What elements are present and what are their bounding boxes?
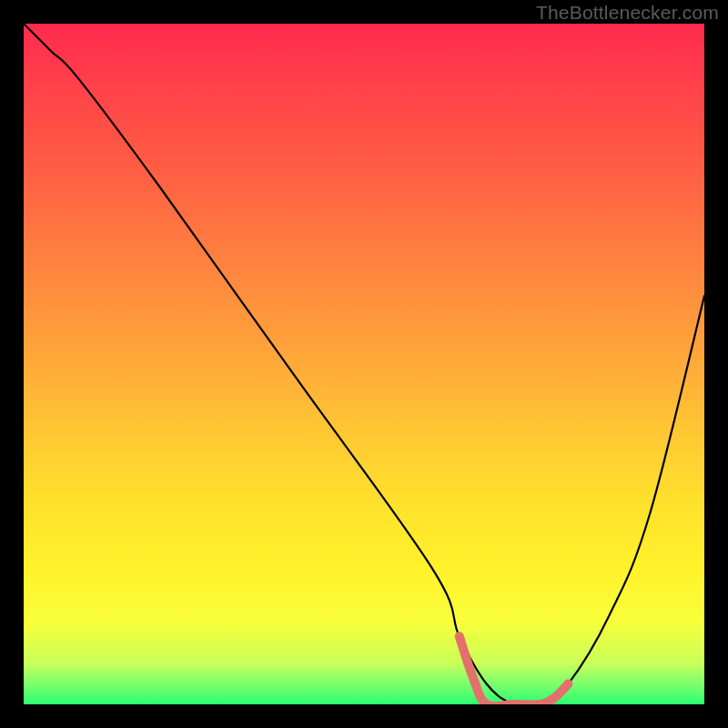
- chart-frame: TheBottlenecker.com: [0, 0, 728, 728]
- frame-border-bottom: [0, 704, 728, 728]
- watermark-text: TheBottlenecker.com: [536, 2, 719, 24]
- bottleneck-curve-path: [24, 24, 704, 707]
- frame-border-right: [704, 0, 728, 728]
- chart-svg: [24, 24, 704, 704]
- frame-border-left: [0, 0, 24, 728]
- chart-plot-area: [24, 24, 704, 704]
- flat-highlight-path: [460, 636, 569, 706]
